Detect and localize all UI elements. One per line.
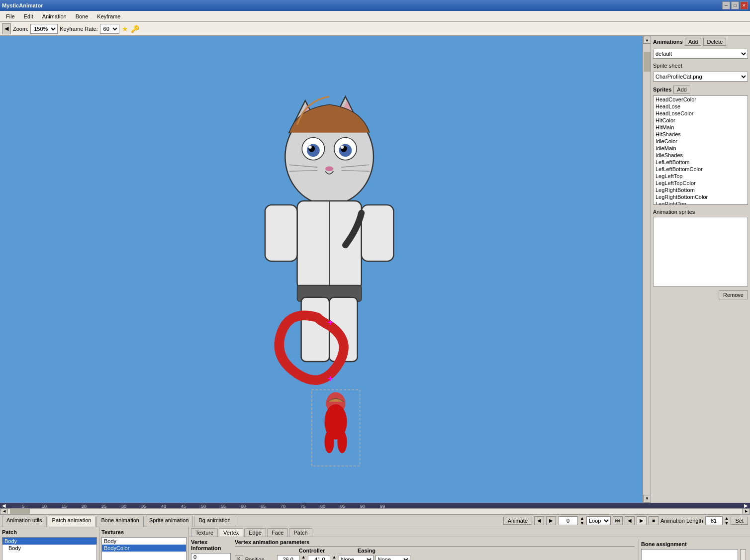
close-button[interactable]: ✕ [740, 1, 748, 9]
svg-text:+: + [328, 317, 333, 327]
bone-scrollbar[interactable] [740, 549, 746, 560]
h-scrollbar: ◀ ▶ [0, 508, 750, 514]
tab-bone-animation[interactable]: Bone animation [96, 516, 143, 527]
star-icon: ★ [121, 25, 129, 33]
sprites-remove-btn[interactable]: Remove [719, 290, 748, 299]
subtab-patch[interactable]: Patch [289, 528, 312, 537]
sprite-item-legrightbottomcolor[interactable]: LegRightBottomColor [654, 193, 748, 200]
sprite-item-hitshades[interactable]: HitShades [654, 131, 748, 138]
sprite-item-headcovercolor[interactable]: HeadCoverColor [654, 96, 748, 103]
tab-bg-animation[interactable]: Bg animation [194, 516, 235, 527]
right-scrollbar[interactable]: ▲ ▼ [643, 36, 651, 503]
pos-x-stepper[interactable]: ▲▼ [301, 555, 306, 560]
sprite-item-lefleftbottom[interactable]: LefLeftBottom [654, 159, 748, 166]
tex-item-bodycolor[interactable]: BodyColor [102, 545, 186, 552]
patch-item-body[interactable]: Body [2, 538, 96, 545]
timeline-right-arrow[interactable]: ▶ [742, 503, 750, 508]
play-btn[interactable]: ▶ [637, 516, 647, 525]
menu-keyframe[interactable]: Keyframe [93, 12, 124, 20]
vertex-list[interactable]: 0 1 2 3 [191, 553, 231, 560]
prev-frame-btn[interactable]: ◀ [534, 516, 544, 525]
bone-textarea[interactable] [641, 549, 738, 560]
svg-point-31 [337, 431, 347, 453]
back-btn[interactable]: ◀ [625, 516, 635, 525]
subtab-edge[interactable]: Edge [244, 528, 266, 537]
toolbar-arrow-btn[interactable]: ◀ [2, 23, 11, 34]
frame-input[interactable] [558, 516, 578, 525]
menu-bone[interactable]: Bone [72, 12, 93, 20]
menu-file[interactable]: File [2, 12, 19, 20]
position-k-btn[interactable]: K [235, 555, 243, 560]
textures-label: Textures [101, 529, 187, 535]
sprite-item-legrightbottom[interactable]: LegRightBottom [654, 187, 748, 193]
right-panel: Animations Add Delete default Sprite she… [651, 36, 750, 503]
frame-stepper[interactable]: ▲▼ [580, 516, 584, 526]
ruler-numbers: 5 10 15 20 25 30 35 40 45 50 55 60 65 70… [8, 503, 742, 508]
vertex-0[interactable]: 0 [191, 554, 230, 560]
sprite-item-hitcolor[interactable]: HitColor [654, 117, 748, 124]
svg-rect-21 [362, 205, 394, 261]
position-easing-select[interactable]: None [375, 555, 410, 560]
menu-animation[interactable]: Animation [38, 12, 71, 20]
anim-length-label: Animation Length [660, 518, 703, 524]
position-y-input[interactable] [308, 555, 330, 560]
maximize-button[interactable]: □ [731, 1, 739, 9]
sprite-item-hitmain[interactable]: HitMain [654, 124, 748, 131]
patch-list[interactable]: Body Body [2, 537, 97, 560]
subtab-vertex[interactable]: Vertex [219, 528, 243, 537]
sprite-item-headlose[interactable]: HeadLose [654, 103, 748, 110]
timeline-area: ◀ 5 10 15 20 25 30 35 40 45 50 55 60 65 … [0, 503, 750, 508]
menu-edit[interactable]: Edit [20, 12, 37, 20]
sprite-sheet-select[interactable]: CharProfileCat.png [653, 72, 748, 82]
loop-select[interactable]: LoopOnce [586, 516, 611, 525]
keyframe-rate-select[interactable]: 603024 [100, 24, 119, 34]
subtab-face[interactable]: Face [267, 528, 288, 537]
sprite-item-headlosecolor[interactable]: HeadLoseColor [654, 110, 748, 117]
animations-delete-btn[interactable]: Delete [703, 38, 726, 46]
zoom-label: Zoom: [13, 26, 28, 32]
animate-btn[interactable]: Animate [503, 517, 532, 525]
h-scroll-track[interactable] [8, 509, 742, 514]
scroll-up-btn[interactable]: ▲ [643, 36, 651, 44]
sprites-label: Sprites [653, 87, 671, 93]
patch-item-body-sub[interactable]: Body [2, 545, 96, 552]
position-controller-select[interactable]: None [339, 555, 374, 560]
scrollbar-thumb[interactable] [644, 52, 651, 72]
textures-list[interactable]: Body BodyColor [101, 537, 187, 560]
h-scroll-thumb[interactable] [10, 509, 30, 514]
sprite-item-idleshades[interactable]: IdleShades [654, 152, 748, 159]
animation-select[interactable]: default [653, 49, 748, 59]
set-btn[interactable]: Set [731, 517, 748, 525]
sprite-item-idlecolor[interactable]: IdleColor [654, 138, 748, 145]
subtab-texture[interactable]: Texture [191, 528, 218, 537]
vertex-info-panel: Vertex Information 0 1 2 3 Move Add Weld… [191, 539, 231, 560]
titlebar: MysticAnimator ─ □ ✕ [0, 0, 750, 11]
next-frame-btn[interactable]: ▶ [546, 516, 556, 525]
sprite-item-lefleftbottomcolor[interactable]: LefLeftBottomColor [654, 166, 748, 173]
rewind-btn[interactable]: ⏮ [613, 516, 623, 525]
sprite-item-legrighttop[interactable]: LegRightTop [654, 200, 748, 205]
zoom-select[interactable]: 150%100%200% [30, 24, 58, 34]
h-scroll-right[interactable]: ▶ [742, 508, 750, 514]
pos-y-stepper[interactable]: ▲▼ [332, 555, 337, 560]
anim-length-stepper[interactable]: ▲▼ [725, 516, 729, 526]
tex-item-body[interactable]: Body [102, 538, 186, 545]
scroll-down-btn[interactable]: ▼ [643, 495, 651, 503]
stop-btn[interactable]: ■ [649, 516, 658, 525]
position-x-input[interactable] [277, 555, 299, 560]
sprite-item-idlemain[interactable]: IdleMain [654, 145, 748, 152]
animations-add-btn[interactable]: Add [685, 38, 702, 46]
sprite-item-leglefttop[interactable]: LegLeftTop [654, 173, 748, 180]
sprites-add-btn[interactable]: Add [673, 86, 690, 93]
tab-animation-utils[interactable]: Animation utils [2, 516, 47, 527]
svg-point-10 [341, 146, 344, 149]
animation-sprites-box [653, 217, 748, 286]
h-scroll-left[interactable]: ◀ [0, 508, 8, 514]
sprites-list[interactable]: HeadCoverColor HeadLose HeadLoseColor Hi… [653, 95, 748, 205]
tab-patch-animation[interactable]: Patch animation [48, 516, 96, 527]
anim-length-input[interactable] [705, 516, 723, 525]
sprite-item-leglefttopcolor[interactable]: LegLeftTopColor [654, 180, 748, 187]
minimize-button[interactable]: ─ [722, 1, 730, 9]
tab-sprite-animation[interactable]: Sprite animation [145, 516, 193, 527]
timeline-left-arrow[interactable]: ◀ [0, 503, 8, 508]
